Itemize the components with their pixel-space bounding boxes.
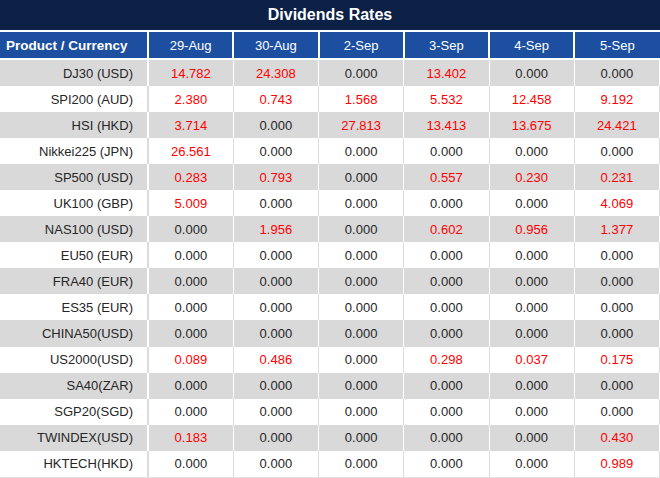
rate-value-cell: 0.557: [404, 164, 489, 190]
rate-value-cell: 1.956: [233, 216, 318, 242]
rate-value-cell: 0.000: [319, 399, 404, 425]
rate-value-cell: 0.000: [574, 242, 659, 268]
rate-value-cell: 0.175: [574, 347, 659, 373]
rate-value-cell: 0.000: [489, 399, 574, 425]
rate-value-cell: 0.000: [489, 451, 574, 478]
product-cell: SP500 (USD): [0, 164, 148, 190]
table-row: EU50 (EUR)0.0000.0000.0000.0000.0000.000: [0, 242, 660, 268]
rate-value-cell: 0.000: [574, 320, 659, 346]
product-cell: NAS100 (USD): [0, 216, 148, 242]
table-row: CHINA50(USD)0.0000.0000.0000.0000.0000.0…: [0, 320, 660, 346]
rate-value-cell: 0.000: [148, 320, 233, 346]
rate-value-cell: 0.000: [319, 347, 404, 373]
rate-value-cell: 24.421: [574, 112, 659, 138]
product-cell: TWINDEX(USD): [0, 425, 148, 451]
rate-value-cell: 0.230: [489, 164, 574, 190]
column-header-date-3: 2-Sep: [319, 32, 404, 59]
rate-value-cell: 0.183: [148, 425, 233, 451]
rate-value-cell: 0.000: [233, 320, 318, 346]
rate-value-cell: 0.000: [404, 294, 489, 320]
table-row: TWINDEX(USD)0.1830.0000.0000.0000.0000.4…: [0, 425, 660, 451]
rate-value-cell: 0.231: [574, 164, 659, 190]
rate-value-cell: 0.000: [319, 425, 404, 451]
rate-value-cell: 0.000: [319, 164, 404, 190]
rate-value-cell: 0.000: [404, 242, 489, 268]
rate-value-cell: 0.000: [148, 242, 233, 268]
rate-value-cell: 13.402: [404, 59, 489, 86]
product-cell: SA40(ZAR): [0, 373, 148, 399]
rate-value-cell: 9.192: [574, 86, 659, 112]
rate-value-cell: 26.561: [148, 138, 233, 164]
rate-value-cell: 0.000: [233, 399, 318, 425]
dividends-rates-table: Product / Currency 29-Aug 30-Aug 2-Sep 3…: [0, 32, 660, 478]
rate-value-cell: 0.000: [574, 294, 659, 320]
rate-value-cell: 27.813: [319, 112, 404, 138]
rate-value-cell: 0.743: [233, 86, 318, 112]
product-cell: US2000(USD): [0, 347, 148, 373]
rate-value-cell: 0.000: [489, 425, 574, 451]
table-row: HSI (HKD)3.7140.00027.81313.41313.67524.…: [0, 112, 660, 138]
product-cell: HKTECH(HKD): [0, 451, 148, 478]
rate-value-cell: 0.000: [489, 320, 574, 346]
rate-value-cell: 0.000: [404, 138, 489, 164]
rate-value-cell: 0.000: [319, 216, 404, 242]
rate-value-cell: 4.069: [574, 190, 659, 216]
rate-value-cell: 0.000: [233, 112, 318, 138]
rate-value-cell: 0.602: [404, 216, 489, 242]
product-cell: UK100 (GBP): [0, 190, 148, 216]
rate-value-cell: 0.000: [404, 190, 489, 216]
rate-value-cell: 13.675: [489, 112, 574, 138]
rate-value-cell: 0.989: [574, 451, 659, 478]
rate-value-cell: 0.000: [233, 242, 318, 268]
product-cell: DJ30 (USD): [0, 59, 148, 86]
rate-value-cell: 0.000: [574, 59, 659, 86]
table-row: FRA40 (EUR)0.0000.0000.0000.0000.0000.00…: [0, 268, 660, 294]
rate-value-cell: 0.000: [319, 451, 404, 478]
column-header-date-2: 30-Aug: [233, 32, 318, 59]
rate-value-cell: 1.568: [319, 86, 404, 112]
rate-value-cell: 0.000: [489, 268, 574, 294]
column-header-date-4: 3-Sep: [404, 32, 489, 59]
rate-value-cell: 5.532: [404, 86, 489, 112]
product-cell: ES35 (EUR): [0, 294, 148, 320]
rate-value-cell: 0.298: [404, 347, 489, 373]
table-row: ES35 (EUR)0.0000.0000.0000.0000.0000.000: [0, 294, 660, 320]
rate-value-cell: 0.000: [404, 268, 489, 294]
table-row: SGP20(SGD)0.0000.0000.0000.0000.0000.000: [0, 399, 660, 425]
table-row: SP500 (USD)0.2830.7930.0000.5570.2300.23…: [0, 164, 660, 190]
product-cell: CHINA50(USD): [0, 320, 148, 346]
rate-value-cell: 0.000: [319, 59, 404, 86]
rate-value-cell: 0.089: [148, 347, 233, 373]
product-cell: FRA40 (EUR): [0, 268, 148, 294]
rate-value-cell: 0.000: [319, 373, 404, 399]
rate-value-cell: 0.000: [148, 216, 233, 242]
table-row: SPI200 (AUD)2.3800.7431.5685.53212.4589.…: [0, 86, 660, 112]
rate-value-cell: 5.009: [148, 190, 233, 216]
rate-value-cell: 0.000: [233, 451, 318, 478]
product-cell: Nikkei225 (JPN): [0, 138, 148, 164]
column-header-date-5: 4-Sep: [489, 32, 574, 59]
rate-value-cell: 0.000: [489, 294, 574, 320]
product-cell: EU50 (EUR): [0, 242, 148, 268]
rate-value-cell: 0.000: [489, 242, 574, 268]
product-cell: SGP20(SGD): [0, 399, 148, 425]
rate-value-cell: 0.000: [319, 320, 404, 346]
rate-value-cell: 0.283: [148, 164, 233, 190]
rate-value-cell: 0.000: [148, 268, 233, 294]
column-header-date-6: 5-Sep: [574, 32, 659, 59]
rate-value-cell: 0.000: [489, 190, 574, 216]
table-row: DJ30 (USD)14.78224.3080.00013.4020.0000.…: [0, 59, 660, 86]
rate-value-cell: 0.000: [319, 242, 404, 268]
rate-value-cell: 0.000: [233, 190, 318, 216]
rate-value-cell: 0.000: [574, 268, 659, 294]
rate-value-cell: 24.308: [233, 59, 318, 86]
rate-value-cell: 0.000: [233, 425, 318, 451]
table-title: Dividends Rates: [0, 0, 660, 32]
rate-value-cell: 1.377: [574, 216, 659, 242]
rate-value-cell: 0.000: [574, 373, 659, 399]
rate-value-cell: 0.000: [574, 399, 659, 425]
table-row: NAS100 (USD)0.0001.9560.0000.6020.9561.3…: [0, 216, 660, 242]
rate-value-cell: 0.000: [233, 138, 318, 164]
rate-value-cell: 0.000: [489, 138, 574, 164]
rate-value-cell: 0.000: [233, 268, 318, 294]
